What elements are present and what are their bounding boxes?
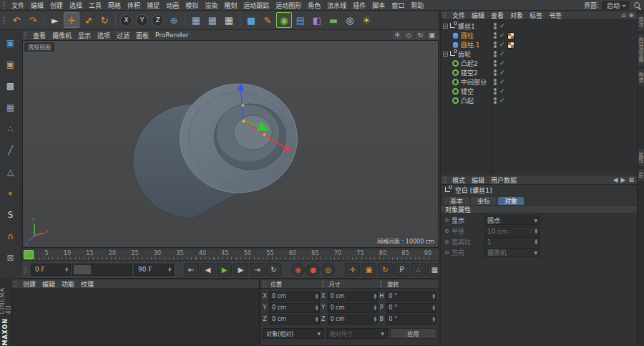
stepper-icon[interactable]: ▲▼ (535, 229, 537, 234)
history-forward-icon[interactable]: ▶ (621, 176, 626, 183)
lock-y-axis-icon[interactable]: Y (136, 14, 148, 27)
stepper-icon[interactable]: ▲▼ (432, 294, 435, 299)
enabled-check-icon[interactable] (499, 79, 505, 85)
goto-end-button[interactable]: ⇥ (250, 263, 265, 277)
lock-icon[interactable]: ⊠ (628, 176, 634, 183)
redo-icon[interactable]: ↷ (25, 12, 41, 28)
visibility-dots[interactable] (494, 23, 497, 29)
vp-menu-filter[interactable]: 过滤 (114, 31, 132, 40)
stepper-icon[interactable]: ▲▼ (316, 294, 318, 299)
viewport-maximize-icon[interactable]: ▣ (427, 31, 436, 39)
live-selection-icon[interactable]: ► (47, 12, 63, 28)
enabled-check-icon[interactable] (499, 69, 505, 76)
make-editable-icon[interactable]: ▣ (4, 36, 18, 50)
range-end-field[interactable]: 90 F ▲▼ (134, 264, 174, 276)
coordinate-system-icon[interactable]: ⊕ (166, 12, 182, 28)
om-menu-edit[interactable]: 编辑 (469, 11, 487, 20)
enabled-check-icon[interactable] (499, 60, 505, 67)
points-mode-icon[interactable]: ∴ (4, 122, 18, 136)
size-y-field[interactable]: 0 cm▲▼ (328, 303, 379, 313)
viewport-pan-icon[interactable]: ✛ (393, 31, 402, 39)
loop-playback-button[interactable]: ↻ (266, 263, 281, 277)
frame-range-slider[interactable] (72, 264, 132, 276)
am-menu-userdata[interactable]: 用户数据 (488, 176, 519, 185)
key-pla-toggle[interactable]: ∴ (411, 263, 426, 277)
rotate-tool-icon[interactable]: ↻ (97, 12, 112, 28)
menu-select[interactable]: 选择 (67, 0, 85, 11)
texture-tag[interactable] (507, 42, 514, 49)
dock-tab-takes[interactable]: 场次 (638, 14, 644, 31)
add-cube-icon[interactable]: ■ (243, 12, 259, 28)
am-menu-mode[interactable]: 模式 (449, 176, 468, 185)
visibility-dots[interactable] (494, 60, 497, 67)
menu-motion-tracker[interactable]: 运动跟踪 (240, 0, 272, 11)
tree-row-bulge2[interactable]: 凸起2 (441, 59, 637, 68)
om-menu-tags[interactable]: 标签 (527, 11, 545, 20)
menu-plugins[interactable]: 插件 (350, 0, 369, 11)
om-menu-bookmarks[interactable]: 书签 (546, 11, 565, 20)
lock-x-axis-icon[interactable]: X (120, 14, 132, 27)
screw-object[interactable] (133, 84, 298, 218)
prop-bullet-icon[interactable] (445, 240, 449, 244)
stepper-icon[interactable]: ▲▼ (432, 305, 435, 310)
range-slider-handle[interactable] (74, 265, 91, 274)
menu-tools[interactable]: 工具 (86, 0, 104, 11)
current-frame-field[interactable]: 0 F ▲▼ (31, 264, 71, 276)
rot-b-field[interactable]: 0 °▲▼ (386, 314, 436, 325)
tab-object[interactable]: 对象 (498, 197, 524, 205)
mm-menu-edit[interactable]: 编辑 (39, 279, 58, 289)
texture-tag[interactable] (507, 32, 514, 39)
pos-y-field[interactable]: 0 cm▲▼ (269, 303, 320, 313)
stepper-icon[interactable]: ▲▼ (535, 239, 537, 244)
am-menu-edit[interactable]: 编辑 (469, 176, 487, 185)
key-rotation-toggle[interactable]: ↻ (378, 263, 393, 277)
menu-pipeline[interactable]: 流水线 (324, 0, 349, 11)
enabled-check-icon[interactable] (499, 97, 505, 104)
enabled-check-icon[interactable] (499, 23, 505, 29)
vp-menu-prorender[interactable]: ProRender (152, 32, 191, 39)
record-keyframe-button[interactable]: ◉ (291, 263, 305, 277)
prop-bullet-icon[interactable] (445, 218, 449, 222)
scale-tool-icon[interactable]: ↔ (77, 9, 99, 31)
enabled-check-icon[interactable] (499, 51, 505, 57)
prop-bullet-icon[interactable] (445, 251, 449, 254)
next-frame-button[interactable]: ▶ (233, 263, 248, 277)
render-settings-icon[interactable]: ▦ (221, 12, 237, 28)
stepper-icon[interactable]: ▲▼ (316, 317, 318, 322)
vp-menu-panel[interactable]: 面板 (133, 31, 152, 40)
collapse-icon[interactable] (443, 52, 448, 57)
enabled-check-icon[interactable] (499, 88, 505, 95)
vp-menu-view[interactable]: 查看 (30, 31, 49, 40)
dock-tab-structure[interactable]: 构造 (638, 69, 644, 86)
size-x-field[interactable]: 0 cm▲▼ (328, 292, 379, 302)
edges-mode-icon[interactable]: ╱ (4, 143, 18, 158)
home-icon[interactable]: ⌂ (622, 11, 626, 19)
tree-row-hollow[interactable]: 镂空 (441, 87, 637, 96)
floor-object-icon[interactable]: ▬ (326, 12, 341, 28)
undo-icon[interactable]: ↶ (9, 12, 24, 28)
menu-help[interactable]: 帮助 (408, 0, 426, 11)
coord-mode-dropdown[interactable]: 对象(相对)▼ (263, 328, 324, 339)
scroll-to-active-icon[interactable]: ⊕ (628, 11, 634, 19)
model-mode-icon[interactable]: ▣ (4, 57, 18, 72)
menu-mesh[interactable]: 网格 (105, 0, 124, 11)
om-menu-file[interactable]: 文件 (449, 11, 468, 20)
pen-tool-icon[interactable]: ✎ (260, 12, 275, 28)
stepper-icon[interactable]: ▲▼ (168, 267, 171, 272)
viewport-canvas[interactable]: 透视视图 (22, 40, 439, 248)
vp-menu-camera[interactable]: 摄像机 (49, 31, 74, 40)
orientation-dropdown[interactable]: 摄像机▼ (484, 248, 540, 257)
visibility-dots[interactable] (494, 88, 497, 95)
goto-start-button[interactable]: ⇤ (184, 263, 199, 277)
texture-mode-icon[interactable]: ▩ (4, 79, 18, 93)
subdivision-surface-icon[interactable]: ◉ (276, 12, 292, 28)
enable-snap-icon[interactable]: ∩ (4, 229, 18, 244)
vp-menu-options[interactable]: 选项 (94, 31, 113, 40)
tree-row-gear[interactable]: 齿轮 (441, 49, 637, 59)
menu-render[interactable]: 渲染 (202, 0, 220, 11)
dock-tab-content-browser[interactable]: 内容浏览器 (638, 34, 644, 66)
timeline-ruler[interactable]: 0 5 10 15 20 25 30 35 40 45 50 55 60 65 … (22, 249, 439, 260)
pos-z-field[interactable]: 0 cm▲▼ (269, 314, 320, 325)
menu-snap[interactable]: 捕捉 (144, 0, 162, 11)
vp-menu-display[interactable]: 显示 (75, 31, 94, 40)
